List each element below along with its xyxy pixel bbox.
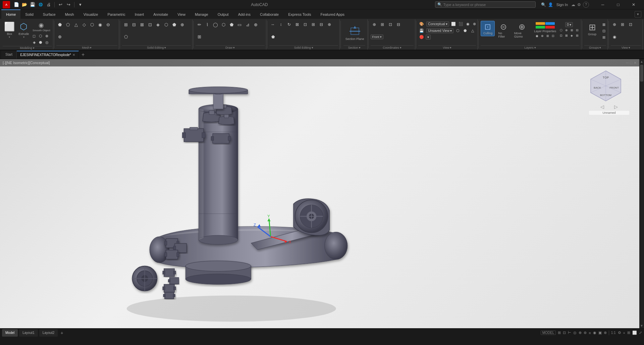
search-input[interactable] (443, 3, 517, 7)
sign-in-button[interactable]: Sign In (555, 2, 569, 7)
model-tab[interactable]: Model (2, 329, 18, 337)
tab-solid[interactable]: Solid (20, 9, 38, 19)
nav-cube-svg[interactable]: TOP FRONT BACK BOTTOM (589, 69, 623, 103)
modify-btn-1[interactable]: ↔ (269, 21, 277, 28)
plot-button[interactable]: 🖨 (45, 2, 52, 8)
tab-featured[interactable]: Featured Apps (316, 9, 350, 19)
model-sm-btn-6[interactable]: ◎ (44, 39, 50, 45)
layer-number-field[interactable]: 0 ▾ (565, 22, 573, 27)
solidEdit-btn-5[interactable]: ◈ (154, 21, 162, 28)
section-plane-button[interactable]: Section Plane (343, 24, 366, 41)
coord-btn-1[interactable]: ⊕ (371, 21, 378, 28)
palette-btn[interactable]: 🔴 (418, 34, 425, 40)
plus-btn[interactable]: + (623, 331, 625, 335)
layers-sm-1[interactable]: ⬡ (559, 28, 564, 33)
ribbon-toggle-button[interactable]: ▾ (635, 11, 641, 17)
modify-btn-7[interactable]: ⊟ (318, 21, 325, 28)
user-icon[interactable]: 👤 (548, 2, 553, 7)
tab-manage[interactable]: Manage (190, 9, 213, 19)
tab-insert[interactable]: Insert (130, 9, 149, 19)
tab-addins[interactable]: Add-ins (233, 9, 255, 19)
mesh-btn-4[interactable]: ◇ (80, 21, 88, 28)
smooth-object-button[interactable]: ◉ Smooth Object (31, 21, 52, 33)
modify-btn-2[interactable]: ↕ (277, 21, 285, 28)
scroll-up-btn[interactable]: ▲ (640, 60, 643, 63)
box-button[interactable]: ⬜ Box ▾ (3, 21, 16, 39)
visual-style-btn[interactable]: 🎨 (418, 21, 425, 27)
draw-dropdown-icon[interactable]: ▾ (233, 46, 235, 49)
modify-btn-9[interactable]: ⬟ (269, 33, 277, 41)
view-btn-4[interactable]: ⊕ (472, 21, 477, 27)
layer-properties-button[interactable]: Layer Properties ◉ ⊕ ⊞ ⊡ (533, 21, 557, 40)
groups-dropdown-icon[interactable]: ▾ (599, 46, 601, 49)
solidEdit-btn-2[interactable]: ⊟ (130, 21, 138, 28)
visual-style-dropdown[interactable]: Conceptual ▾ (426, 21, 449, 27)
culling-button[interactable]: ⊡ Culling (481, 21, 495, 36)
polar-toggle[interactable]: ◎ (573, 331, 577, 335)
vp-minimize-btn[interactable]: ─ (626, 61, 629, 65)
draw-btn-7[interactable]: ⊿ (244, 21, 251, 28)
draw-btn-1[interactable]: ✏ (196, 21, 203, 28)
open-button[interactable]: 📂 (21, 2, 28, 8)
save-view-btn[interactable]: 💾 (418, 28, 425, 34)
minimize-button[interactable]: ─ (595, 0, 610, 9)
scroll-thumb[interactable] (640, 65, 643, 82)
group-button[interactable]: ⊞ Group (584, 21, 600, 37)
maximize-button[interactable]: □ (610, 0, 626, 9)
otrack-toggle[interactable]: ⊛ (584, 331, 587, 335)
mesh-btn-5[interactable]: ⬡ (89, 21, 96, 28)
mesh-dropdown-icon[interactable]: ▾ (90, 46, 92, 49)
new-layout-button[interactable]: + (59, 330, 64, 336)
coordinates-dropdown-icon[interactable]: ▾ (400, 46, 401, 49)
mesh-btn-7[interactable]: ⊖ (105, 21, 112, 28)
layers-sm-3[interactable]: ⊞ (570, 28, 574, 33)
draw-btn-4[interactable]: ⬡ (220, 21, 227, 28)
modeling-dropdown-icon[interactable]: ▾ (33, 46, 35, 50)
layout1-tab[interactable]: Layout1 (19, 329, 38, 337)
group-sm-1[interactable]: ⊠ (601, 21, 607, 28)
draw-btn-6[interactable]: ▭ (236, 21, 243, 28)
ortho-toggle[interactable]: ⊢ (568, 331, 571, 335)
scroll-down-btn[interactable]: ▼ (640, 324, 643, 328)
start-tab[interactable]: Start (1, 51, 17, 59)
viewport-btn[interactable]: ⬜ (632, 331, 637, 335)
doc-tab-main[interactable]: EJESINFINEXTRACTORexplode* ✕ (17, 51, 79, 59)
lineweight-toggle[interactable]: ≡ (589, 331, 591, 335)
solidEdit-btn-1[interactable]: ⊞ (122, 21, 129, 28)
redo-button[interactable]: ↪ (65, 2, 72, 8)
solidEdit-btn-9[interactable]: ⬠ (122, 33, 129, 41)
extrude-button[interactable]: ⬡ Extrude ▾ (17, 21, 31, 39)
view-btn-3[interactable]: ◉ (465, 21, 471, 27)
save-to-web-button[interactable]: 🌐 (37, 2, 44, 8)
online-sync-icon[interactable]: ☁ (571, 2, 575, 7)
viewport-container[interactable]: [-][NE Isometric][Conceptual] ─ □ ✕ (0, 59, 639, 328)
draw-btn-9[interactable]: ⊞ (196, 33, 203, 41)
solidEdit-btn-7[interactable]: ⬟ (170, 21, 178, 28)
tab-home[interactable]: Home (1, 9, 20, 19)
right-btn-2[interactable]: ⊞ (619, 21, 626, 28)
new-tab-button[interactable]: + (79, 51, 88, 59)
layout2-tab[interactable]: Layout2 (39, 329, 58, 337)
layer-sm-4[interactable]: ⊡ (551, 34, 555, 38)
model-sm-btn-1[interactable]: ◻ (31, 33, 37, 39)
vp-maximize-btn[interactable]: □ (630, 61, 632, 65)
mesh-btn-8[interactable]: ⊕ (56, 33, 64, 41)
draw-btn-2[interactable]: ⌇ (204, 21, 211, 28)
selection-toggle[interactable]: ▣ (598, 331, 602, 335)
coord-btn-2[interactable]: ⊞ (379, 21, 386, 28)
draw-btn-3[interactable]: ◯ (212, 21, 219, 28)
mesh-btn-2[interactable]: ⬠ (64, 21, 72, 28)
view-btn-1[interactable]: ⬜ (450, 21, 457, 27)
layers-sm-7[interactable]: ◈ (570, 33, 574, 38)
osnap-toggle[interactable]: ⊕ (579, 331, 582, 335)
tab-collaborate[interactable]: Collaborate (255, 9, 283, 19)
unsaved-view-dropdown[interactable]: Unsaved View ▾ (426, 28, 453, 33)
model-sm-btn-5[interactable]: ⬣ (38, 39, 44, 45)
front-view-dropdown[interactable]: Front ▾ (371, 35, 383, 39)
box-dropdown-arrow[interactable]: ▾ (9, 36, 10, 39)
solidediting-dropdown-icon[interactable]: ▾ (164, 46, 166, 49)
tab-parametric[interactable]: Parametric (103, 9, 130, 19)
modify-btn-6[interactable]: ⊞ (310, 21, 317, 28)
mesh-btn-6[interactable]: ◉ (97, 21, 104, 28)
settings-icon[interactable]: ⚙ (577, 2, 581, 7)
